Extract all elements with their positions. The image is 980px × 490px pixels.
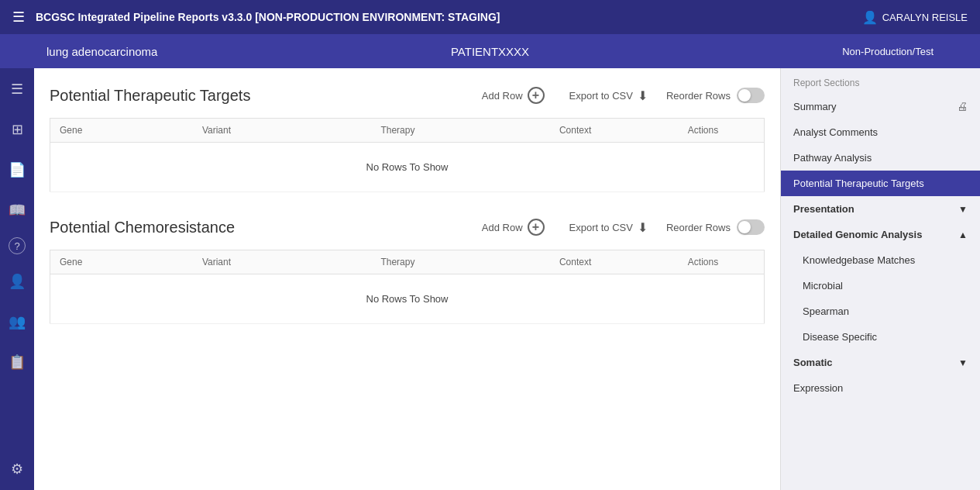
somatic-chevron: ▼ bbox=[958, 357, 968, 368]
dashboard-icon[interactable]: ⊞ bbox=[7, 116, 28, 143]
sidebar-item-disease-specific[interactable]: Disease Specific bbox=[781, 324, 980, 350]
main-layout: ☰ ⊞ 📄 📖 ? 👤 👥 📋 ⚙ Potential Therapeutic … bbox=[0, 68, 980, 490]
sidebar-item-analyst-comments[interactable]: Analyst Comments bbox=[781, 119, 980, 145]
print-icon[interactable]: 🖨 bbox=[957, 100, 968, 112]
sidebar-item-summary[interactable]: Summary 🖨 bbox=[781, 93, 980, 119]
sidebar-item-therapeutic-targets[interactable]: Potential Therapeutic Targets bbox=[781, 171, 980, 196]
sidebar-group-detailed-genomic[interactable]: Detailed Genomic Analysis ▲ bbox=[781, 222, 980, 247]
col-header-gene-2: Gene bbox=[50, 250, 193, 274]
plus-icon-1: + bbox=[528, 87, 545, 104]
col-header-therapy-2: Therapy bbox=[371, 250, 550, 274]
add-row-label-1: Add Row bbox=[482, 90, 523, 102]
user-icon: 👤 bbox=[862, 10, 878, 25]
sidebar-group-presentation[interactable]: Presentation ▼ bbox=[781, 196, 980, 222]
col-header-variant-2: Variant bbox=[193, 250, 372, 274]
therapeutic-targets-header: Potential Therapeutic Targets Add Row + … bbox=[50, 84, 765, 107]
book-icon[interactable]: 📖 bbox=[4, 197, 30, 223]
download-icon-1: ⬇ bbox=[638, 88, 648, 103]
col-header-gene-1: Gene bbox=[50, 119, 193, 143]
download-icon-2: ⬇ bbox=[638, 220, 648, 235]
user-area: 👤 CARALYN REISLE bbox=[862, 10, 968, 25]
content-area: Potential Therapeutic Targets Add Row + … bbox=[34, 68, 780, 490]
sidebar-group-somatic[interactable]: Somatic ▼ bbox=[781, 350, 980, 375]
therapeutic-targets-tbody: No Rows To Show bbox=[50, 143, 765, 192]
presentation-label: Presentation bbox=[793, 203, 854, 215]
summary-label: Summary bbox=[793, 101, 837, 112]
presentation-chevron: ▼ bbox=[958, 204, 968, 215]
chemoresistance-header: Potential Chemoresistance Add Row + Expo… bbox=[50, 216, 765, 239]
col-header-therapy-1: Therapy bbox=[371, 119, 550, 143]
patient-id: PATIENTXXXX bbox=[451, 45, 529, 58]
chemoresistance-table: Gene Variant Therapy Context Actions No … bbox=[50, 250, 765, 324]
sidebar-item-microbial[interactable]: Microbial bbox=[781, 273, 980, 298]
col-header-actions-1: Actions bbox=[679, 119, 765, 143]
contacts-icon[interactable]: 📋 bbox=[4, 349, 30, 375]
sidebar-item-spearman[interactable]: Spearman bbox=[781, 298, 980, 324]
detailed-genomic-chevron: ▲ bbox=[958, 229, 968, 240]
col-header-context-1: Context bbox=[550, 119, 679, 143]
therapeutic-targets-thead: Gene Variant Therapy Context Actions bbox=[50, 119, 765, 143]
reorder-toggle-2[interactable] bbox=[737, 219, 765, 235]
no-rows-row-2: No Rows To Show bbox=[50, 274, 765, 324]
team-icon[interactable]: 👥 bbox=[4, 309, 30, 335]
somatic-label: Somatic bbox=[793, 357, 833, 368]
env-label: Non-Production/Test bbox=[842, 46, 934, 57]
app-title: BCGSC Integrated Pipeline Reports v3.3.0… bbox=[36, 11, 862, 23]
therapeutic-targets-section: Potential Therapeutic Targets Add Row + … bbox=[50, 84, 765, 192]
user-profile-icon[interactable]: 👤 bbox=[4, 268, 30, 295]
sidebar-item-pathway-analysis[interactable]: Pathway Analysis bbox=[781, 145, 980, 171]
no-rows-text-1: No Rows To Show bbox=[50, 143, 765, 192]
export-label-2: Export to CSV bbox=[569, 222, 633, 233]
settings-icon[interactable]: ⚙ bbox=[6, 456, 28, 482]
reorder-rows-control-2: Reorder Rows bbox=[666, 219, 765, 235]
export-csv-button-1[interactable]: Export to CSV ⬇ bbox=[563, 85, 654, 106]
chemoresistance-section: Potential Chemoresistance Add Row + Expo… bbox=[50, 216, 765, 324]
document-icon[interactable]: 📄 bbox=[4, 157, 30, 183]
chemoresistance-tbody: No Rows To Show bbox=[50, 274, 765, 324]
sidebar-item-expression[interactable]: Expression bbox=[781, 375, 980, 401]
col-header-actions-2: Actions bbox=[679, 250, 765, 274]
no-rows-text-2: No Rows To Show bbox=[50, 274, 765, 324]
report-sections-label: Report Sections bbox=[781, 68, 980, 93]
export-csv-button-2[interactable]: Export to CSV ⬇ bbox=[563, 217, 654, 238]
add-row-label-2: Add Row bbox=[482, 222, 523, 233]
add-row-button-1[interactable]: Add Row + bbox=[476, 84, 551, 107]
help-icon[interactable]: ? bbox=[9, 237, 26, 254]
knowledgebase-matches-label: Knowledgebase Matches bbox=[803, 254, 915, 266]
no-rows-row-1: No Rows To Show bbox=[50, 143, 765, 192]
sidebar-item-knowledgebase-matches[interactable]: Knowledgebase Matches bbox=[781, 247, 980, 273]
chemoresistance-thead: Gene Variant Therapy Context Actions bbox=[50, 250, 765, 274]
reorder-toggle-1[interactable] bbox=[737, 88, 765, 103]
menu-icon[interactable]: ☰ bbox=[12, 9, 25, 26]
pathway-analysis-label: Pathway Analysis bbox=[793, 152, 872, 164]
plus-icon-2: + bbox=[528, 219, 545, 236]
detailed-genomic-label: Detailed Genomic Analysis bbox=[793, 229, 922, 240]
col-header-variant-1: Variant bbox=[193, 119, 372, 143]
report-list-icon[interactable]: ☰ bbox=[6, 76, 28, 102]
left-sidebar: ☰ ⊞ 📄 📖 ? 👤 👥 📋 ⚙ bbox=[0, 68, 34, 490]
col-header-context-2: Context bbox=[550, 250, 679, 274]
disease-specific-label: Disease Specific bbox=[803, 331, 877, 343]
microbial-label: Microbial bbox=[803, 280, 843, 292]
therapeutic-targets-title: Potential Therapeutic Targets bbox=[50, 87, 463, 105]
patient-bar: lung adenocarcinoma PATIENTXXXX Non-Prod… bbox=[0, 34, 980, 68]
therapeutic-targets-table: Gene Variant Therapy Context Actions No … bbox=[50, 118, 765, 192]
top-nav: ☰ BCGSC Integrated Pipeline Reports v3.3… bbox=[0, 0, 980, 34]
analyst-comments-label: Analyst Comments bbox=[793, 126, 878, 138]
chemoresistance-title: Potential Chemoresistance bbox=[50, 219, 463, 236]
therapeutic-targets-nav-label: Potential Therapeutic Targets bbox=[793, 178, 924, 189]
disease-label: lung adenocarcinoma bbox=[46, 45, 157, 58]
reorder-rows-control-1: Reorder Rows bbox=[666, 88, 765, 103]
export-label-1: Export to CSV bbox=[569, 90, 633, 102]
user-name: CARALYN REISLE bbox=[882, 12, 968, 23]
spearman-label: Spearman bbox=[803, 305, 849, 317]
right-sidebar: Report Sections Summary 🖨 Analyst Commen… bbox=[780, 68, 980, 490]
add-row-button-2[interactable]: Add Row + bbox=[476, 216, 551, 239]
reorder-label-2: Reorder Rows bbox=[666, 222, 731, 233]
expression-label: Expression bbox=[793, 382, 843, 394]
reorder-label-1: Reorder Rows bbox=[666, 90, 731, 102]
